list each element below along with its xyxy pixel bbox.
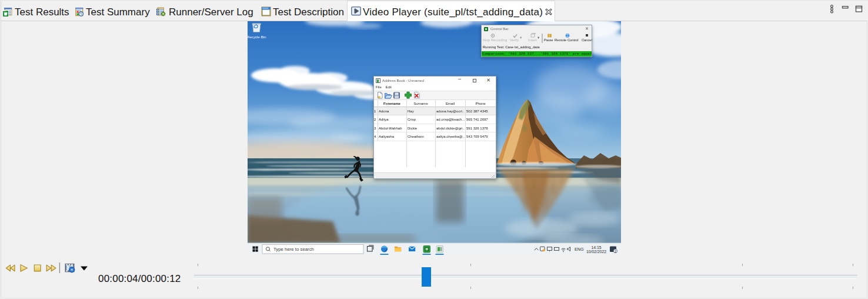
svg-text:14:15: 14:15 [591, 245, 601, 250]
svg-text:ENG: ENG [575, 247, 584, 252]
svg-text:2: 2 [615, 250, 616, 253]
svg-text:Type here to search: Type here to search [273, 247, 314, 252]
svg-text:Recycle Bin: Recycle Bin [248, 35, 266, 39]
svg-text:10/02/2022: 10/02/2022 [586, 250, 606, 254]
